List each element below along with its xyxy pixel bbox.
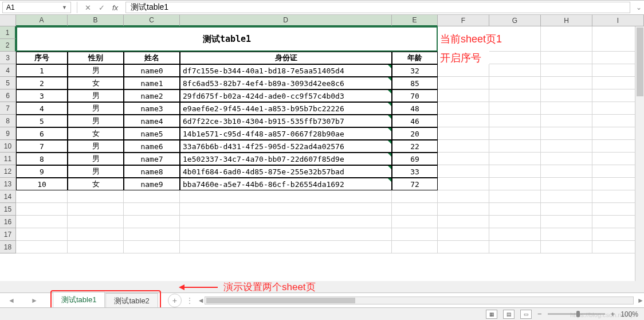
cell[interactable]: 年龄	[392, 52, 438, 64]
cell[interactable]	[489, 178, 541, 190]
cell[interactable]	[438, 178, 489, 190]
column-header[interactable]: E	[392, 15, 438, 26]
row-header[interactable]: 11	[0, 153, 16, 165]
cell[interactable]	[438, 140, 489, 153]
cell[interactable]	[489, 228, 541, 241]
cell[interactable]: 3	[16, 89, 68, 102]
cell[interactable]	[16, 203, 68, 216]
cell[interactable]	[541, 140, 592, 153]
cell[interactable]	[438, 127, 489, 140]
cell[interactable]	[489, 165, 541, 178]
cell[interactable]: 8fc6ad53-82b7-4ef4-b89a-3093d42ee8c6	[180, 77, 392, 89]
cell[interactable]	[438, 190, 489, 203]
cell[interactable]	[489, 140, 541, 153]
cell[interactable]	[438, 153, 489, 165]
cell[interactable]: name6	[124, 140, 180, 153]
cell[interactable]	[438, 228, 489, 241]
cancel-icon[interactable]: ✕	[81, 3, 95, 12]
cell[interactable]: 男	[68, 153, 124, 165]
row-header[interactable]: 10	[0, 140, 16, 153]
cell[interactable]: 男	[68, 140, 124, 153]
add-sheet-button[interactable]: +	[168, 294, 182, 307]
cell[interactable]	[438, 165, 489, 178]
cell[interactable]	[180, 216, 392, 228]
cell[interactable]	[124, 228, 180, 241]
row-header[interactable]: 15	[0, 203, 16, 216]
cell[interactable]	[541, 190, 592, 203]
cell[interactable]	[489, 190, 541, 203]
cell[interactable]: 女	[68, 77, 124, 89]
cell[interactable]: 身份证	[180, 52, 392, 64]
cell[interactable]: 性别	[68, 52, 124, 64]
cell[interactable]	[392, 228, 438, 241]
zoom-out-icon[interactable]: −	[537, 310, 542, 318]
cell[interactable]	[489, 77, 541, 89]
cell[interactable]	[438, 89, 489, 102]
cell[interactable]: 男	[68, 102, 124, 115]
accept-icon[interactable]: ✓	[95, 3, 108, 12]
cell[interactable]: 70	[392, 89, 438, 102]
merged-title-cell[interactable]: 测试table1	[16, 26, 438, 52]
cell[interactable]: 5	[16, 115, 68, 127]
cell[interactable]	[392, 241, 438, 253]
cell[interactable]	[541, 178, 592, 190]
formula-input[interactable]: 测试table1	[125, 2, 630, 13]
row-header[interactable]: 9	[0, 127, 16, 140]
view-pagelayout-icon[interactable]: ▤	[503, 310, 515, 319]
chevron-down-icon[interactable]: ▼	[62, 5, 67, 10]
cell[interactable]	[541, 77, 592, 89]
cell[interactable]	[16, 241, 68, 253]
column-header[interactable]: C	[124, 15, 180, 26]
scrollbar-thumb[interactable]	[206, 298, 355, 303]
cell[interactable]	[489, 102, 541, 115]
cell[interactable]: 22	[392, 140, 438, 153]
column-header[interactable]: D	[180, 15, 392, 26]
row-header[interactable]: 5	[0, 77, 16, 89]
row-header[interactable]: 17	[0, 228, 16, 241]
cell[interactable]: name0	[124, 64, 180, 77]
row-header[interactable]: 12	[0, 165, 16, 178]
hscroll-left-icon[interactable]: ◄	[198, 296, 205, 305]
cell[interactable]	[489, 52, 541, 64]
row-header[interactable]: 4	[0, 64, 16, 77]
cell[interactable]	[541, 216, 592, 228]
cell[interactable]: 当前sheet页1	[438, 26, 489, 52]
row-header[interactable]: 7	[0, 102, 16, 115]
cell[interactable]	[124, 203, 180, 216]
cell[interactable]	[68, 228, 124, 241]
cell[interactable]	[541, 26, 592, 52]
cell[interactable]	[438, 77, 489, 89]
cell[interactable]	[541, 127, 592, 140]
nav-first-icon[interactable]: ◄	[8, 296, 15, 305]
cell[interactable]: name7	[124, 153, 180, 165]
cell[interactable]	[124, 216, 180, 228]
cell[interactable]: 男	[68, 64, 124, 77]
cell[interactable]	[489, 241, 541, 253]
row-header[interactable]: 13	[0, 178, 16, 190]
cell[interactable]: bba7460e-a5e7-44b6-86cf-b26554da1692	[180, 178, 392, 190]
cell[interactable]: 1e502337-34c7-4a70-bb07-22d607f85d9e	[180, 153, 392, 165]
cell[interactable]	[16, 216, 68, 228]
vertical-scrollbar[interactable]	[635, 26, 644, 281]
cell[interactable]	[489, 203, 541, 216]
column-header[interactable]: F	[438, 15, 489, 26]
horizontal-scrollbar[interactable]	[205, 296, 634, 305]
cell[interactable]: name3	[124, 102, 180, 115]
cell[interactable]: 7	[16, 140, 68, 153]
row-header[interactable]: 8	[0, 115, 16, 127]
cell[interactable]: name4	[124, 115, 180, 127]
sheet-tab[interactable]: 测试table2	[105, 293, 158, 309]
cell[interactable]: 14b1e571-c95d-4f48-a857-0667f28b90ae	[180, 127, 392, 140]
cell[interactable]: 男	[68, 115, 124, 127]
cell[interactable]: 序号	[16, 52, 68, 64]
cell[interactable]	[392, 216, 438, 228]
cell[interactable]: name2	[124, 89, 180, 102]
nav-last-icon[interactable]: ►	[31, 296, 38, 305]
cell[interactable]	[180, 228, 392, 241]
sheet-tab[interactable]: 测试table1	[53, 292, 105, 309]
cell[interactable]	[180, 203, 392, 216]
cell[interactable]	[392, 190, 438, 203]
cell[interactable]	[124, 241, 180, 253]
row-header[interactable]: 6	[0, 89, 16, 102]
cell[interactable]	[392, 203, 438, 216]
